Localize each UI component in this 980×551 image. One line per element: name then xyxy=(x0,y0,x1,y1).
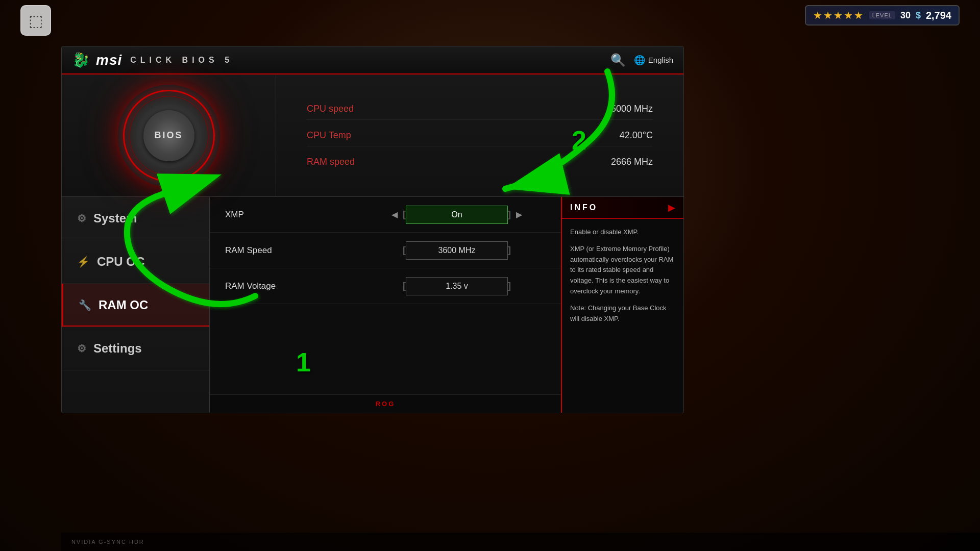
xmp-control[interactable]: ◀ [ On ] ▶ xyxy=(368,206,546,224)
language-label: English xyxy=(648,56,673,64)
xmp-row: XMP ◀ [ On ] ▶ xyxy=(210,197,561,233)
back-icon: ⬚ xyxy=(29,12,43,30)
nvidia-bar: NVIDIA G-SYNC HDR xyxy=(61,533,980,551)
cpu-oc-label: CPU OC xyxy=(97,255,144,269)
header-right: 🔍 🌐 English xyxy=(610,53,673,67)
cpu-temp-label: CPU Temp xyxy=(307,130,351,141)
system-label: System xyxy=(93,211,137,226)
flag-icon: 🌐 xyxy=(634,55,645,66)
sidebar-item-system[interactable]: ⚙ System xyxy=(62,197,209,240)
level-label: LEVEL xyxy=(869,11,895,19)
info-arrow-icon: ▶ xyxy=(668,202,675,213)
info-title: INFO xyxy=(570,203,598,212)
info-body: Enable or disable XMP. XMP (or Extreme M… xyxy=(562,219,683,413)
bios-title: CLICK BIOS 5 xyxy=(130,56,233,65)
bios-sidebar: ⚙ System ⚡ CPU OC 🔧 RAM OC ⚙ Settings xyxy=(62,197,210,413)
rog-logo: ROG xyxy=(376,400,396,408)
level-number: 30 xyxy=(900,10,911,21)
settings-area: XMP ◀ [ On ] ▶ RAM Speed [ xyxy=(210,197,561,394)
ram-speed-control[interactable]: [ 3600 MHz ] xyxy=(368,241,546,260)
bios-main: ⚙ System ⚡ CPU OC 🔧 RAM OC ⚙ Settings XM… xyxy=(62,197,683,413)
cpu-speed-value: 5000 MHz xyxy=(611,104,653,114)
score-value: 2,794 xyxy=(926,10,951,21)
xmp-value-box[interactable]: On xyxy=(406,206,508,224)
info-desc2: XMP (or Extreme Memory Profile) automati… xyxy=(570,244,675,297)
ram-voltage-bracket-right: ] xyxy=(508,281,511,291)
ram-speed-bracket-right: ] xyxy=(508,245,511,256)
bios-logo-area: BIOS xyxy=(62,74,276,196)
score-bar: ★★★★★ LEVEL 30 $ 2,794 xyxy=(805,5,960,26)
ram-voltage-value: 1.35 v xyxy=(446,282,468,290)
bios-metrics: CPU speed 5000 MHz CPU Temp 42.00°C RAM … xyxy=(276,74,683,196)
system-icon: ⚙ xyxy=(77,212,86,224)
settings-label: Settings xyxy=(93,341,142,356)
stars-display: ★★★★★ xyxy=(813,9,864,21)
sidebar-item-ram-oc[interactable]: 🔧 RAM OC xyxy=(62,284,209,327)
ram-speed-value: 2666 MHz xyxy=(611,157,653,167)
ram-speed-setting-label: RAM Speed xyxy=(225,245,368,256)
back-button[interactable]: ⬚ xyxy=(20,5,51,36)
bios-stats-area: BIOS CPU speed 5000 MHz CPU Temp 42.00°C… xyxy=(62,74,683,197)
xmp-arrow-left[interactable]: ◀ xyxy=(386,210,403,219)
bios-footer: ROG xyxy=(210,394,561,413)
info-panel: INFO ▶ Enable or disable XMP. XMP (or Ex… xyxy=(561,197,683,413)
ram-speed-row: RAM speed 2666 MHz xyxy=(307,152,653,172)
bios-header: 🐉 msi CLICK BIOS 5 🔍 🌐 English xyxy=(62,46,683,74)
bios-dial-label: BIOS xyxy=(154,130,183,141)
ram-voltage-label: RAM Voltage xyxy=(225,281,368,291)
sidebar-item-cpu-oc[interactable]: ⚡ CPU OC xyxy=(62,240,209,284)
ram-voltage-control[interactable]: [ 1.35 v ] xyxy=(368,277,546,295)
cpu-temp-row: CPU Temp 42.00°C xyxy=(307,125,653,146)
xmp-value: On xyxy=(451,210,462,219)
ram-speed-row: RAM Speed [ 3600 MHz ] xyxy=(210,233,561,268)
msi-dragon-icon: 🐉 xyxy=(72,52,90,68)
info-desc3: Note: Changing your Base Clock will disa… xyxy=(570,303,675,324)
currency-icon: $ xyxy=(916,10,921,21)
bios-window: 🐉 msi CLICK BIOS 5 🔍 🌐 English BIOS CPU … xyxy=(61,46,684,413)
ram-oc-label: RAM OC xyxy=(99,298,148,312)
cpu-oc-icon: ⚡ xyxy=(77,256,90,268)
cpu-speed-label: CPU speed xyxy=(307,104,354,114)
bios-logo: 🐉 msi CLICK BIOS 5 xyxy=(72,52,233,68)
bios-dial-inner: BIOS xyxy=(143,110,194,161)
ram-voltage-value-box[interactable]: 1.35 v xyxy=(406,277,508,295)
info-desc1: Enable or disable XMP. xyxy=(570,227,675,238)
xmp-arrow-right[interactable]: ▶ xyxy=(511,210,527,219)
cpu-temp-value: 42.00°C xyxy=(620,130,653,141)
ram-oc-icon: 🔧 xyxy=(79,299,91,311)
bios-content: XMP ◀ [ On ] ▶ RAM Speed [ xyxy=(210,197,561,413)
language-button[interactable]: 🌐 English xyxy=(634,55,673,66)
msi-brand: msi xyxy=(96,52,122,68)
ram-speed-value: 3600 MHz xyxy=(438,246,476,255)
settings-icon: ⚙ xyxy=(77,342,86,355)
xmp-label: XMP xyxy=(225,210,368,220)
cpu-speed-row: CPU speed 5000 MHz xyxy=(307,98,653,120)
help-icon[interactable]: 🔍 xyxy=(610,53,626,67)
ram-speed-label: RAM speed xyxy=(307,157,355,167)
info-header: INFO ▶ xyxy=(562,197,683,219)
sidebar-item-settings[interactable]: ⚙ Settings xyxy=(62,327,209,370)
bios-dial: BIOS xyxy=(118,85,220,187)
ram-speed-value-box[interactable]: 3600 MHz xyxy=(406,241,508,260)
nvidia-text: NVIDIA G-SYNC HDR xyxy=(71,539,144,545)
ram-voltage-row: RAM Voltage [ 1.35 v ] xyxy=(210,268,561,304)
